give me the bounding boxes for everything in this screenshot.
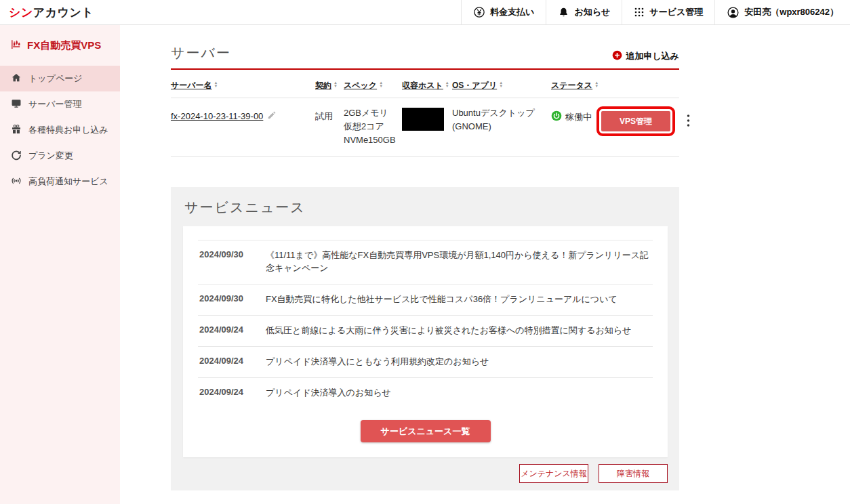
host-cell <box>402 106 452 131</box>
bell-icon <box>558 7 569 18</box>
news-item[interactable]: 2024/09/24 プリペイド決済導入にともなう利用規約改定のお知らせ <box>198 346 653 377</box>
news-date: 2024/09/30 <box>199 293 251 306</box>
status-cell: 稼働中 <box>551 106 601 123</box>
sort-icon: ▲▼ <box>594 80 599 88</box>
news-item[interactable]: 2024/09/30 FX自動売買に特化した他社サービス比で性能コスパ36倍！プ… <box>198 284 653 315</box>
nav-account[interactable]: 安田亮（wpxr806242） <box>714 0 850 24</box>
news-date: 2024/09/24 <box>199 324 251 337</box>
server-name-link[interactable]: fx-2024-10-23-11-39-00 <box>171 111 263 121</box>
sort-icon: ▲▼ <box>499 80 503 88</box>
kebab-menu-icon[interactable] <box>685 111 691 132</box>
news-text: プリペイド決済導入のお知らせ <box>266 387 391 400</box>
news-item[interactable]: 2024/09/30 《11/11まで》高性能なFX自動売買専用VPS環境が月額… <box>198 240 653 284</box>
app-logo[interactable]: シンアカウント <box>0 0 94 24</box>
news-date: 2024/09/24 <box>199 387 251 400</box>
news-date: 2024/09/24 <box>199 356 251 369</box>
col-spec[interactable]: スペック▲▼ <box>344 80 402 91</box>
sidebar-service-label-text: FX自動売買VPS <box>27 39 101 52</box>
sidebar-item-plan-change[interactable]: プラン変更 <box>0 143 120 169</box>
yen-circle-icon <box>473 6 485 18</box>
top-nav: 料金支払い お知らせ サービス管理 <box>461 0 850 24</box>
news-item[interactable]: 2024/09/24 プリペイド決済導入のお知らせ <box>198 377 653 408</box>
nav-notifications[interactable]: お知らせ <box>546 0 622 24</box>
news-item[interactable]: 2024/09/24 低気圧と前線による大雨に伴う災害により被災されたお客様への… <box>198 315 653 346</box>
service-news-panel: サービスニュース 2024/09/30 《11/11まで》高性能なFX自動売買専… <box>171 187 679 490</box>
sort-icon: ▲▼ <box>333 80 338 88</box>
logo-rest: アカウント <box>33 5 94 20</box>
sort-icon: ▲▼ <box>445 80 449 88</box>
sidebar-item-label: 各種特典お申し込み <box>28 124 108 136</box>
contract-value: 試用 <box>315 106 344 123</box>
col-host[interactable]: 収容ホスト▲▼ <box>402 80 452 91</box>
host-redacted-box <box>402 108 444 131</box>
sort-icon: ▲▼ <box>214 80 218 88</box>
edit-pencil-icon[interactable] <box>267 110 277 122</box>
status-badge: 稼働中 <box>565 111 592 123</box>
plus-circle-icon <box>612 50 622 62</box>
os-app-value: Ubuntuデスクトップ(GNOME) <box>452 106 551 133</box>
add-application-link[interactable]: 追加申し込み <box>612 50 679 62</box>
nav-service-management-label: サービス管理 <box>649 6 703 18</box>
spec-value: 2GBメモリ 仮想2コア NVMe150GB <box>344 106 402 147</box>
maintenance-info-button[interactable]: メンテナンス情報 <box>519 464 588 483</box>
home-icon <box>11 72 22 85</box>
incident-info-button[interactable]: 障害情報 <box>599 464 668 483</box>
sidebar-service-label: FX自動売買VPS <box>0 25 120 66</box>
logo-accent: シン <box>9 5 33 20</box>
sidebar-item-label: サーバー管理 <box>28 98 82 110</box>
power-status-icon <box>551 110 562 123</box>
broadcast-icon <box>11 175 22 188</box>
news-text: FX自動売買に特化した他社サービス比で性能コスパ36倍！プランリニューアルについ… <box>266 293 618 306</box>
sidebar: FX自動売買VPS トップページ サーバー管理 <box>0 25 120 504</box>
sidebar-item-server-management[interactable]: サーバー管理 <box>0 91 120 117</box>
news-text: 《11/11まで》高性能なFX自動売買専用VPS環境が月額1,140円から使える… <box>266 249 651 275</box>
news-date: 2024/09/30 <box>199 249 251 275</box>
news-text: プリペイド決済導入にともなう利用規約改定のお知らせ <box>266 356 489 369</box>
server-table-row: fx-2024-10-23-11-39-00 試用 2GBメモリ 仮想2コア N… <box>171 98 679 157</box>
top-header: シンアカウント 料金支払い お知らせ <box>0 0 850 25</box>
col-contract[interactable]: 契約▲▼ <box>315 80 344 91</box>
sidebar-item-top-page[interactable]: トップページ <box>0 66 120 91</box>
col-status[interactable]: ステータス▲▼ <box>551 80 601 91</box>
col-server-name[interactable]: サーバー名▲▼ <box>171 80 315 91</box>
nav-account-label: 安田亮（wpxr806242） <box>744 6 838 18</box>
nav-notifications-label: お知らせ <box>574 6 610 18</box>
news-text: 低気圧と前線による大雨に伴う災害により被災されたお客様への特別措置に関するお知ら… <box>266 324 631 337</box>
sidebar-item-label: 高負荷通知サービス <box>28 175 108 188</box>
service-news-title: サービスニュース <box>183 198 668 217</box>
server-icon <box>11 98 22 111</box>
add-application-label: 追加申し込み <box>626 50 679 62</box>
service-news-list-button[interactable]: サービスニュース一覧 <box>361 420 491 442</box>
nav-billing[interactable]: 料金支払い <box>461 0 546 24</box>
candlestick-chart-icon <box>10 39 22 52</box>
user-icon <box>727 6 740 19</box>
sidebar-item-load-notification[interactable]: 高負荷通知サービス <box>0 169 120 194</box>
sidebar-item-label: プラン変更 <box>28 150 73 162</box>
vps-manage-button[interactable]: VPS管理 <box>601 111 670 131</box>
nav-service-management[interactable]: サービス管理 <box>622 0 714 24</box>
gift-icon <box>11 124 22 137</box>
sidebar-item-label: トップページ <box>28 72 83 85</box>
nav-billing-label: 料金支払い <box>490 6 534 18</box>
server-section-title: サーバー <box>171 44 231 62</box>
col-os-app[interactable]: OS・アプリ▲▼ <box>452 80 551 91</box>
main-content: サーバー 追加申し込み サーバー名▲▼ 契約▲▼ スペック▲▼ 収容ホスト▲▼ <box>120 25 850 504</box>
sidebar-item-benefits[interactable]: 各種特典お申し込み <box>0 117 120 143</box>
grid-icon <box>634 7 645 18</box>
refresh-icon <box>11 150 22 163</box>
server-table-header: サーバー名▲▼ 契約▲▼ スペック▲▼ 収容ホスト▲▼ OS・アプリ▲▼ ステー… <box>171 70 679 98</box>
service-news-card: 2024/09/30 《11/11まで》高性能なFX自動売買専用VPS環境が月額… <box>183 226 668 457</box>
sort-icon: ▲▼ <box>379 80 383 88</box>
